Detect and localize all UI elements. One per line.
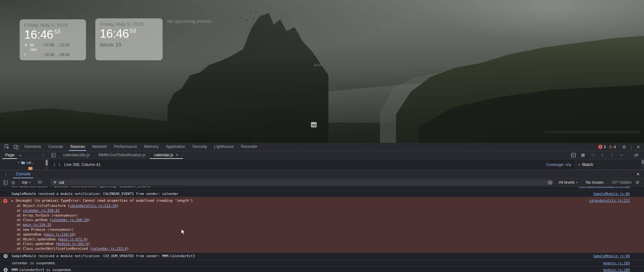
hidden-messages-count[interactable]: 207 hidden — [612, 180, 632, 185]
file-icon-partial — [28, 167, 33, 170]
context-selector[interactable]: top ▾ — [22, 180, 31, 185]
toggle-navigator-icon[interactable] — [51, 153, 56, 158]
step-out-icon[interactable] — [610, 153, 614, 158]
console-toolbar: ⊘ top ▾ cal ✕ All levels ▾ — [0, 178, 644, 187]
clear-console-icon[interactable]: ⊘ — [11, 180, 15, 185]
devtools-main-tabbar: ElementsConsoleSourcesNetworkPerformance… — [0, 143, 644, 151]
tab-performance[interactable]: Performance — [110, 143, 141, 151]
tab-security[interactable]: Security — [189, 143, 211, 151]
settings-gear-icon[interactable]: ⚙ — [622, 144, 626, 150]
devtools-panel: ElementsConsoleSourcesNetworkPerformance… — [0, 143, 644, 272]
source-link[interactable]: module.js:189 — [603, 268, 630, 272]
live-expression-eye-icon[interactable] — [37, 180, 42, 185]
navigator-tree: ▾ cal... — [0, 159, 48, 170]
close-file-tab-icon[interactable]: ✕ — [175, 151, 178, 159]
editor-status-bar: { } Line 358, Column 41 Coverage: n/a — [48, 159, 575, 170]
moonset-arrow-icon: ↓ — [57, 53, 59, 57]
navigator-more-icon[interactable]: ⋮ — [41, 153, 45, 158]
inspect-element-icon[interactable] — [5, 144, 10, 150]
clear-filter-icon[interactable]: ✕ — [548, 180, 552, 185]
folder-icon — [21, 161, 25, 164]
pause-script-icon[interactable] — [581, 153, 585, 158]
console-settings-gear-icon[interactable]: ⚙ — [635, 180, 639, 185]
bird — [260, 15, 262, 15]
warning-icon: ⚠ — [609, 145, 612, 149]
file-tab-calendarutils.js[interactable]: calendarutils.js — [59, 151, 94, 159]
file-tab-calendar.js[interactable]: calendar.js✕ — [150, 151, 183, 159]
file-tab-label: MMM-CurlToNotification.js — [99, 151, 146, 159]
source-link[interactable]: calendarutils.js:112:24 — [70, 204, 116, 208]
source-link[interactable]: calendarutils.js:112 — [589, 199, 630, 202]
source-link[interactable]: main.js:672:4 — [60, 237, 86, 241]
more-options-icon[interactable]: ⋮ — [629, 144, 633, 150]
tab-memory[interactable]: Memory — [140, 143, 162, 151]
source-link[interactable]: SampleModule.js:86 — [593, 254, 630, 258]
tab-lighthouse[interactable]: Lighthouse — [211, 143, 237, 151]
sun-icon: ☀ — [24, 43, 30, 47]
pretty-print-icon[interactable]: { } — [53, 162, 61, 167]
no-upcoming-events-text: No upcoming events. — [167, 18, 213, 24]
close-devtools-icon[interactable]: ✕ — [636, 144, 640, 150]
source-link[interactable]: main.js:114:10 — [45, 232, 74, 236]
bird — [255, 12, 257, 12]
close-drawer-icon[interactable]: ✕ — [636, 172, 640, 177]
faint-ticker-text — [544, 131, 641, 133]
sunset-arrow-icon: ↓ — [57, 43, 59, 47]
tab-network[interactable]: Network — [89, 143, 110, 151]
drawer-tab-console[interactable]: Console — [11, 170, 35, 178]
tab-recorder[interactable]: Recorder — [237, 143, 261, 151]
filter-value: cal — [59, 180, 64, 185]
device-toolbar-icon[interactable] — [14, 144, 19, 150]
source-link[interactable]: calendar.js:260:10 — [51, 218, 88, 222]
file-tab-mmm-curltonotification.js[interactable]: MMM-CurlToNotification.js — [94, 151, 150, 159]
cursor-position-label: Line 358, Column 41 — [64, 162, 100, 167]
log-levels-dropdown[interactable]: All levels ▾ — [559, 180, 578, 185]
tree-expand-caret-icon[interactable]: ▾ — [18, 161, 20, 164]
repeat-count-badge: 3 — [4, 254, 8, 258]
console-error-message: ✕▶Uncaught (in promise) TypeError: Canno… — [0, 197, 644, 253]
source-link[interactable]: SampleModule.js:86 — [593, 192, 630, 196]
console-filter-input[interactable]: cal ✕ — [50, 180, 554, 185]
tab-elements[interactable]: Elements — [21, 143, 45, 151]
console-sidebar-toggle-icon[interactable] — [3, 180, 8, 185]
source-link[interactable]: calendar.js:358:41 — [23, 209, 60, 212]
toggle-debugger-sidebar-icon[interactable] — [571, 153, 576, 158]
sunrise-arrow-icon: ↑ — [42, 43, 44, 47]
navigator-page-section: Page » ⋮ — [0, 151, 48, 159]
expand-caret-icon[interactable]: ▶ — [12, 199, 13, 202]
tab-console[interactable]: Console — [45, 143, 67, 151]
step-into-icon[interactable] — [600, 153, 605, 158]
sources-file-tabbar: Page » ⋮ calendarutils.jsMMM-CurlToNotif… — [0, 151, 644, 159]
step-icon[interactable] — [619, 153, 624, 158]
console-stack-frame: at new Promise (<anonymous>) — [17, 227, 580, 232]
coverage-link[interactable]: Coverage: n/a — [546, 162, 571, 167]
navigator-tab-page[interactable]: Page — [4, 151, 16, 159]
tab-application[interactable]: Application — [162, 143, 189, 151]
console-error-indicator[interactable]: ✕ 3 — [598, 145, 606, 149]
bird — [245, 11, 246, 11]
clock-date: Friday, May 9, 2025 — [100, 21, 158, 27]
source-link[interactable]: module.js:189 — [603, 261, 630, 265]
source-link[interactable]: MMM-NewsFeedTicker.js:461 — [579, 187, 630, 188]
watch-expand-caret-icon[interactable]: ▸ — [579, 163, 580, 166]
issues-counter[interactable]: No Issues — [586, 180, 604, 185]
console-messages: MMM-NewsFeedTicker - unknown notificatio… — [0, 187, 644, 272]
watch-scrollbar[interactable] — [641, 159, 644, 170]
message-text: MMM-CalendarExt3 is suspended. — [12, 268, 73, 272]
bird — [256, 26, 258, 26]
drawer-menu-icon[interactable]: ⋮ — [4, 172, 8, 177]
step-over-icon[interactable] — [590, 153, 595, 158]
more-tabs-chevron-icon[interactable]: » — [19, 153, 21, 158]
tree-item-folder[interactable]: ▾ cal... — [0, 160, 48, 164]
navigator-scrollbar[interactable] — [45, 159, 48, 170]
deactivate-breakpoints-icon[interactable] — [634, 153, 639, 158]
console-warning-indicator[interactable]: ⚠ 4 — [609, 145, 616, 149]
source-link[interactable]: module.js:341:6 — [57, 242, 88, 246]
source-link[interactable]: calendar.js:215:8 — [92, 247, 127, 250]
moonrise-arrow-icon: ↑ — [42, 53, 44, 57]
source-link[interactable]: main.js:134:35 — [23, 223, 52, 227]
console-message: calendar is suspended.module.js:189 — [0, 259, 644, 266]
console-stack-frame: at calendar.js:358:41 — [17, 208, 580, 213]
console-stack-frame: at Object.titleTransform (calendarutils.… — [17, 203, 580, 208]
tab-sources[interactable]: Sources — [67, 143, 89, 151]
